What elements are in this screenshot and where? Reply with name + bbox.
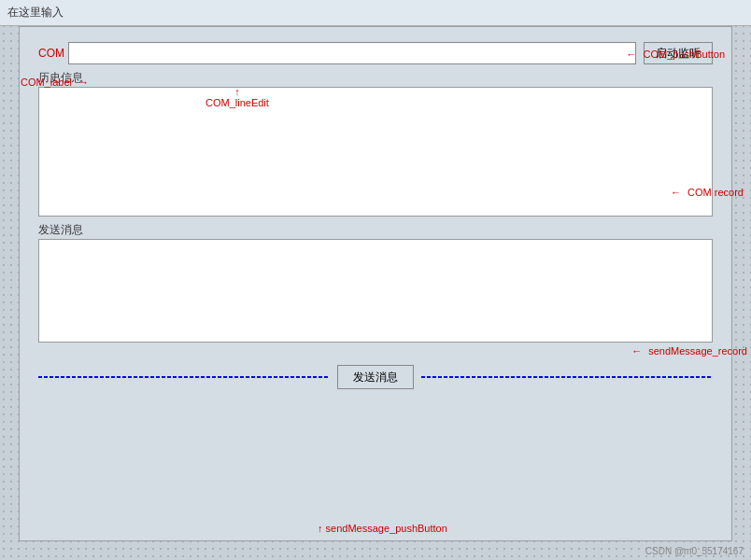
com-pushbutton-annotation: ← COM_pushButton — [627, 49, 726, 60]
sendmessage-record-textarea[interactable] — [39, 240, 712, 339]
send-section-wrapper: 发送消息 — [38, 239, 713, 343]
sendmessage-record-annotation: ← sendMessage_record — [631, 345, 747, 357]
title-bar-text: 在这里输入 — [7, 5, 64, 21]
com-label-text: COM — [38, 47, 64, 60]
com-line-edit[interactable] — [68, 42, 636, 64]
send-divider-left — [38, 376, 330, 378]
send-label: 发送消息 — [38, 222, 83, 238]
title-bar: 在这里输入 — [0, 0, 751, 26]
com-record-panel — [38, 87, 713, 217]
watermark: CSDN @m0_55174167 — [645, 546, 744, 556]
com-record-annotation: ← COM record — [671, 187, 744, 198]
send-message-button[interactable]: 发送消息 — [337, 365, 414, 389]
send-row: 发送消息 — [38, 365, 713, 389]
com-label-annotation: COM_label → — [21, 77, 89, 88]
main-container: COM 启动监听 历史信息 发送消息 发送消息 — [19, 26, 732, 541]
com-record-textarea[interactable] — [39, 88, 712, 213]
send-divider-right — [421, 376, 713, 378]
sendmessage-pushbutton-annotation: ↑ sendMessage_pushButton — [318, 523, 447, 534]
sendmessage-record-panel — [38, 239, 713, 343]
com-row: COM 启动监听 — [38, 42, 713, 64]
history-section-wrapper: 历史信息 — [38, 87, 713, 217]
com-lineedit-annotation: ↑ COM_lineEdit — [205, 86, 269, 108]
